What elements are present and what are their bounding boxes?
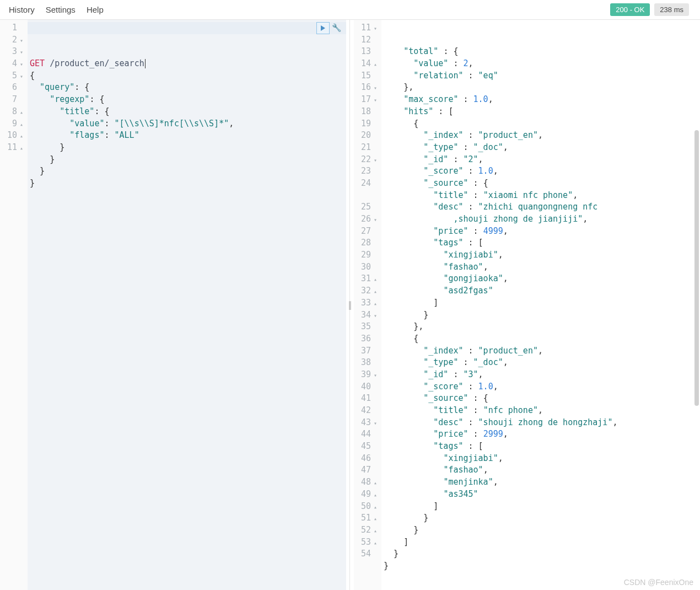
code-line[interactable]: [381, 572, 700, 584]
menu-help[interactable]: Help: [87, 5, 104, 14]
gutter-line: 26▾: [356, 213, 377, 226]
code-line[interactable]: "fashao",: [381, 261, 700, 273]
code-line[interactable]: "value": "[\\s\\S]*nfc[\\s\\S]*",: [28, 118, 346, 130]
gutter-line: 50▴: [356, 501, 377, 513]
code-line[interactable]: "gongjiaoka",: [381, 273, 700, 285]
gutter-line: 44: [356, 428, 377, 441]
response-pane[interactable]: 11▾121314▴1516▾17▾1819202122▾23242526▾27…: [354, 20, 700, 590]
gutter-line: 5▾: [2, 70, 23, 82]
code-line[interactable]: "title": {: [28, 106, 346, 118]
gutter-line: 23: [356, 165, 377, 178]
code-line[interactable]: "price" : 4999,: [381, 226, 700, 238]
code-line[interactable]: ]: [381, 297, 700, 309]
gutter-line: 37: [356, 345, 377, 357]
code-line[interactable]: "desc" : "zhichi quangongneng nfc ,shouj…: [381, 201, 700, 225]
code-line[interactable]: "asd2fgas": [381, 285, 700, 297]
gutter-line: 14▴: [356, 58, 377, 70]
code-line[interactable]: },: [381, 82, 700, 94]
code-line[interactable]: "_id" : "3",: [381, 369, 700, 381]
code-line[interactable]: "as345": [381, 489, 700, 501]
gutter-line: 9▴: [2, 118, 23, 130]
request-pane[interactable]: 12▾3▾4▾5▾678▴9▴10▴11▴ GET /product_en/_s…: [0, 20, 346, 590]
request-actions: 🔧: [316, 22, 343, 34]
code-line[interactable]: "query": {: [28, 82, 346, 94]
request-editor[interactable]: GET /product_en/_search{ "query": { "reg…: [28, 20, 346, 590]
code-line[interactable]: "xingjiabi",: [381, 249, 700, 261]
code-line[interactable]: "flags": "ALL": [28, 130, 346, 142]
gutter-line: 7: [2, 94, 23, 106]
code-line[interactable]: {: [381, 118, 700, 130]
gutter-line: 6: [2, 82, 23, 94]
gutter-line: 46: [356, 453, 377, 465]
gutter-line: 8▴: [2, 106, 23, 118]
code-line[interactable]: "title" : "xiaomi nfc phone",: [381, 190, 700, 202]
gutter-line: 32▴: [356, 285, 377, 297]
gutter-line: 49▴: [356, 489, 377, 501]
code-line[interactable]: }: [28, 178, 346, 190]
code-line[interactable]: "_score" : 1.0,: [381, 381, 700, 393]
code-line[interactable]: "_type" : "_doc",: [381, 357, 700, 369]
pane-divider[interactable]: ║: [346, 20, 354, 590]
response-viewer[interactable]: "total" : { "value" : 2, "relation" : "e…: [381, 20, 700, 590]
request-gutter: 12▾3▾4▾5▾678▴9▴10▴11▴: [0, 20, 28, 590]
time-badge: 238 ms: [654, 3, 689, 16]
code-line[interactable]: ]: [381, 537, 700, 549]
code-line[interactable]: }: [381, 512, 700, 524]
code-line[interactable]: "title" : "nfc phone",: [381, 405, 700, 417]
gutter-line: 17▾: [356, 94, 377, 106]
code-line[interactable]: "tags" : [: [381, 441, 700, 453]
code-line[interactable]: "_source" : {: [381, 393, 700, 405]
code-line[interactable]: ]: [381, 501, 700, 513]
gutter-line: 34▾: [356, 309, 377, 321]
code-line[interactable]: GET /product_en/_search: [28, 58, 346, 70]
code-line[interactable]: "hits" : [: [381, 106, 700, 118]
divider-handle-icon: ║: [347, 301, 352, 309]
code-line[interactable]: "xingjiabi",: [381, 453, 700, 465]
gutter-line: 20: [356, 130, 377, 142]
code-line[interactable]: "_source" : {: [381, 178, 700, 190]
gutter-line: 19: [356, 118, 377, 130]
active-line-highlight: [28, 22, 346, 34]
code-line[interactable]: "price" : 2999,: [381, 428, 700, 441]
menu-settings[interactable]: Settings: [46, 5, 76, 14]
gutter-line: 1: [2, 22, 23, 34]
gutter-line: 36: [356, 333, 377, 345]
wrench-icon: 🔧: [332, 22, 341, 34]
code-line[interactable]: "tags" : [: [381, 237, 700, 249]
code-line[interactable]: "total" : {: [381, 46, 700, 58]
gutter-line: 24: [356, 178, 377, 201]
code-line[interactable]: }: [28, 154, 346, 166]
code-line[interactable]: {: [28, 70, 346, 82]
menu-history[interactable]: History: [9, 5, 35, 14]
gutter-line: 39▾: [356, 369, 377, 381]
gutter-line: 28: [356, 237, 377, 249]
code-line[interactable]: }: [381, 524, 700, 537]
gutter-line: 11▾: [356, 22, 377, 34]
code-line[interactable]: "_score" : 1.0,: [381, 165, 700, 178]
code-line[interactable]: "_type" : "_doc",: [381, 142, 700, 154]
code-line[interactable]: "_id" : "2",: [381, 154, 700, 166]
code-line[interactable]: },: [381, 321, 700, 333]
code-line[interactable]: "regexp": {: [28, 94, 346, 106]
code-line[interactable]: "desc" : "shouji zhong de hongzhaji",: [381, 417, 700, 429]
play-icon: [321, 25, 325, 31]
code-line[interactable]: "fashao",: [381, 464, 700, 476]
code-line[interactable]: "max_score" : 1.0,: [381, 94, 700, 106]
code-line[interactable]: "_index" : "product_en",: [381, 345, 700, 357]
gutter-line: 42: [356, 405, 377, 417]
code-line[interactable]: "_index" : "product_en",: [381, 130, 700, 142]
code-line[interactable]: }: [28, 142, 346, 154]
wrench-button[interactable]: 🔧: [330, 22, 343, 34]
gutter-line: 53▴: [356, 537, 377, 549]
gutter-line: 51▴: [356, 512, 377, 524]
code-line[interactable]: "value" : 2,: [381, 58, 700, 70]
code-line[interactable]: }: [381, 560, 700, 572]
code-line[interactable]: "relation" : "eq": [381, 70, 700, 82]
gutter-line: 40: [356, 381, 377, 393]
code-line[interactable]: }: [28, 165, 346, 178]
code-line[interactable]: "menjinka",: [381, 476, 700, 489]
code-line[interactable]: }: [381, 309, 700, 321]
code-line[interactable]: {: [381, 333, 700, 345]
code-line[interactable]: }: [381, 548, 700, 560]
run-button[interactable]: [316, 22, 330, 34]
